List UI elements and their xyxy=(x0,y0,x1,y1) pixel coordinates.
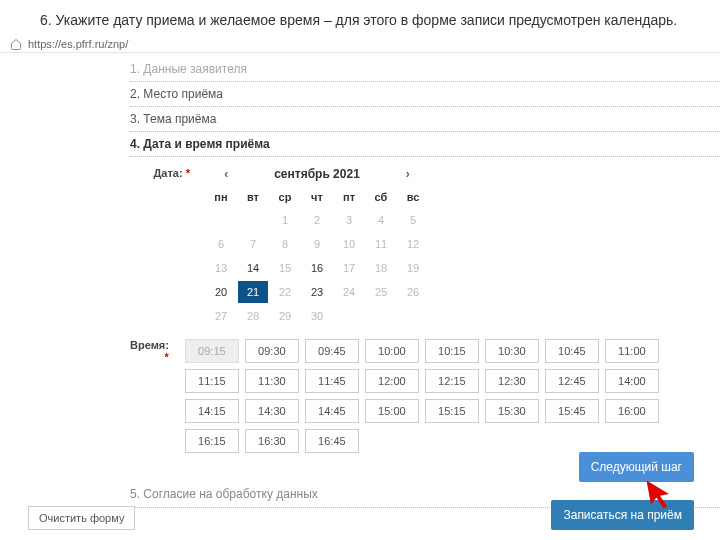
cal-day: 18 xyxy=(366,257,396,279)
time-slot[interactable]: 15:30 xyxy=(485,399,539,423)
step-1[interactable]: 1. Данные заявителя xyxy=(130,57,720,82)
cal-prev[interactable]: ‹ xyxy=(218,167,234,181)
step-3[interactable]: 3. Тема приёма xyxy=(130,107,720,132)
cal-day: 6 xyxy=(206,233,236,255)
cal-day: 30 xyxy=(302,305,332,327)
cal-dow: сб xyxy=(366,187,396,207)
time-slot[interactable]: 14:30 xyxy=(245,399,299,423)
cal-day: 2 xyxy=(302,209,332,231)
time-slot[interactable]: 15:00 xyxy=(365,399,419,423)
sign-button[interactable]: Записаться на приём xyxy=(551,500,694,530)
cal-day: 25 xyxy=(366,281,396,303)
cal-day: 15 xyxy=(270,257,300,279)
instruction-text: 6. Укажите дату приема и желаемое время … xyxy=(0,0,720,36)
calendar: ‹ сентябрь 2021 › пнвтсрчтптсбвс12345678… xyxy=(206,167,428,327)
time-slot[interactable]: 12:30 xyxy=(485,369,539,393)
time-slot[interactable]: 12:00 xyxy=(365,369,419,393)
time-slot[interactable]: 10:45 xyxy=(545,339,599,363)
cal-day[interactable]: 23 xyxy=(302,281,332,303)
cal-day: 28 xyxy=(238,305,268,327)
cal-dow: чт xyxy=(302,187,332,207)
time-slot: 09:15 xyxy=(185,339,239,363)
cal-day[interactable]: 21 xyxy=(238,281,268,303)
cal-day: 19 xyxy=(398,257,428,279)
cal-day: 13 xyxy=(206,257,236,279)
step-2[interactable]: 2. Место приёма xyxy=(130,82,720,107)
cal-day[interactable]: 20 xyxy=(206,281,236,303)
time-slot[interactable]: 16:45 xyxy=(305,429,359,453)
time-slot[interactable]: 14:00 xyxy=(605,369,659,393)
time-slot[interactable]: 09:30 xyxy=(245,339,299,363)
time-slots: 09:1509:3009:4510:0010:1510:3010:4511:00… xyxy=(185,339,700,453)
cal-dow: пт xyxy=(334,187,364,207)
cal-day[interactable]: 14 xyxy=(238,257,268,279)
cal-day: 8 xyxy=(270,233,300,255)
cal-day: 1 xyxy=(270,209,300,231)
step-4[interactable]: 4. Дата и время приёма xyxy=(130,132,720,157)
time-slot[interactable]: 16:00 xyxy=(605,399,659,423)
time-slot[interactable]: 11:45 xyxy=(305,369,359,393)
cal-dow: ср xyxy=(270,187,300,207)
time-slot[interactable]: 15:15 xyxy=(425,399,479,423)
cal-day xyxy=(206,209,236,231)
home-icon xyxy=(10,38,22,50)
time-slot[interactable]: 11:00 xyxy=(605,339,659,363)
next-button[interactable]: Следующий шаг xyxy=(579,452,694,482)
time-slot[interactable]: 10:30 xyxy=(485,339,539,363)
cal-day: 26 xyxy=(398,281,428,303)
date-label: Дата: * xyxy=(130,167,190,179)
url-text: https://es.pfrf.ru/znp/ xyxy=(28,38,128,50)
time-slot[interactable]: 15:45 xyxy=(545,399,599,423)
time-slot[interactable]: 12:45 xyxy=(545,369,599,393)
time-slot[interactable]: 10:15 xyxy=(425,339,479,363)
time-slot[interactable]: 09:45 xyxy=(305,339,359,363)
cal-dow: вт xyxy=(238,187,268,207)
cal-dow: пн xyxy=(206,187,236,207)
cal-day: 22 xyxy=(270,281,300,303)
cal-day: 29 xyxy=(270,305,300,327)
time-slot[interactable]: 14:45 xyxy=(305,399,359,423)
time-slot[interactable]: 16:30 xyxy=(245,429,299,453)
cal-day: 7 xyxy=(238,233,268,255)
cal-day: 9 xyxy=(302,233,332,255)
cal-day: 3 xyxy=(334,209,364,231)
cal-dow: вс xyxy=(398,187,428,207)
cal-day: 17 xyxy=(334,257,364,279)
browser-bar: https://es.pfrf.ru/znp/ xyxy=(0,36,720,53)
clear-button[interactable]: Очистить форму xyxy=(28,506,135,530)
cal-day xyxy=(238,209,268,231)
cal-day: 10 xyxy=(334,233,364,255)
cal-day: 5 xyxy=(398,209,428,231)
cal-next[interactable]: › xyxy=(400,167,416,181)
cal-day: 4 xyxy=(366,209,396,231)
time-slot[interactable]: 10:00 xyxy=(365,339,419,363)
cal-day: 27 xyxy=(206,305,236,327)
time-label: Время: * xyxy=(130,339,169,363)
time-slot[interactable]: 11:15 xyxy=(185,369,239,393)
cal-day: 12 xyxy=(398,233,428,255)
cal-day[interactable]: 16 xyxy=(302,257,332,279)
time-slot[interactable]: 12:15 xyxy=(425,369,479,393)
cal-month: сентябрь 2021 xyxy=(274,167,360,181)
time-slot[interactable]: 14:15 xyxy=(185,399,239,423)
cal-day: 24 xyxy=(334,281,364,303)
time-slot[interactable]: 11:30 xyxy=(245,369,299,393)
cal-day: 11 xyxy=(366,233,396,255)
time-slot[interactable]: 16:15 xyxy=(185,429,239,453)
